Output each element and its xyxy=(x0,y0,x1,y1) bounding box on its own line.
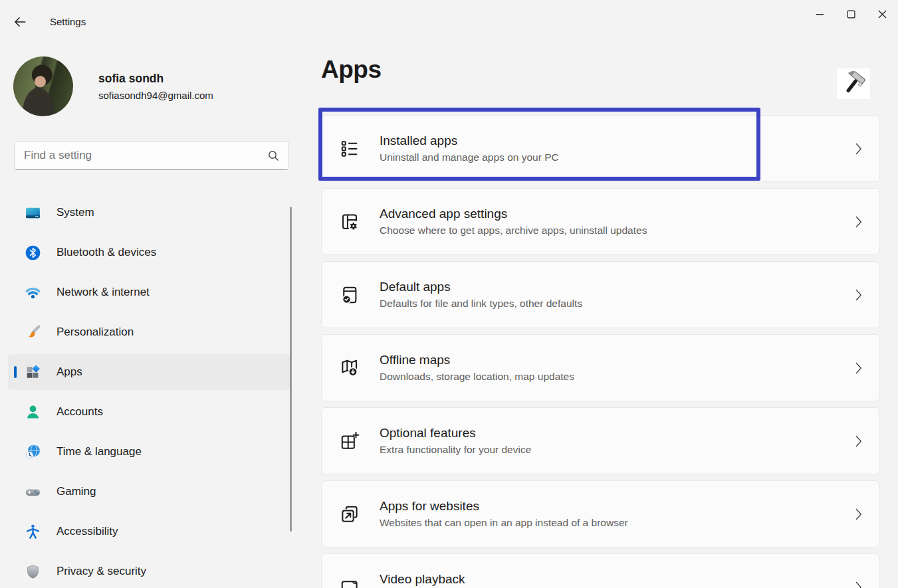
sidebar-item-label: Gaming xyxy=(56,485,96,498)
sidebar-scrollbar[interactable] xyxy=(290,207,292,532)
card-optional-features[interactable]: Optional features Extra functionality fo… xyxy=(321,407,880,474)
sidebar-item-label: Bluetooth & devices xyxy=(56,246,156,259)
card-subtitle: Websites that can open in an app instead… xyxy=(380,517,628,530)
sidebar-item-bluetooth-devices[interactable]: Bluetooth & devices xyxy=(8,235,290,270)
system-icon xyxy=(25,205,41,221)
card-advanced-app-settings[interactable]: Advanced app settings Choose where to ge… xyxy=(321,188,880,255)
avatar xyxy=(13,56,73,116)
window-controls xyxy=(804,0,898,28)
window-title: Settings xyxy=(50,16,86,27)
personalization-icon xyxy=(25,324,41,341)
card-title: Apps for websites xyxy=(380,499,628,514)
bluetooth-icon xyxy=(25,245,41,261)
sidebar-item-label: Network & internet xyxy=(56,286,150,299)
card-title: Offline maps xyxy=(380,353,574,367)
card-subtitle: Uninstall and manage apps on your PC xyxy=(380,151,559,164)
sidebar-item-label: Accessibility xyxy=(56,525,118,538)
card-subtitle: Defaults for file and link types, other … xyxy=(380,298,582,310)
chevron-right-icon xyxy=(855,508,862,520)
back-button[interactable] xyxy=(9,12,31,32)
minimize-icon xyxy=(816,10,824,19)
maximize-icon xyxy=(847,10,855,19)
close-icon xyxy=(878,10,887,19)
settings-card-list: Installed apps Uninstall and manage apps… xyxy=(321,115,880,588)
sidebar-item-privacy-security[interactable]: Privacy & security xyxy=(8,553,290,588)
page-title: Apps xyxy=(321,56,382,84)
selected-indicator xyxy=(14,366,17,378)
offline-maps-icon xyxy=(340,358,360,378)
apps-icon xyxy=(25,364,41,381)
sidebar-item-label: System xyxy=(56,206,94,219)
installed-apps-icon xyxy=(340,139,360,159)
sidebar-item-apps[interactable]: Apps xyxy=(8,354,290,390)
search-icon xyxy=(268,150,279,161)
chevron-right-icon xyxy=(855,581,862,588)
chevron-right-icon xyxy=(855,289,862,301)
network-icon xyxy=(25,284,41,301)
maximize-button[interactable] xyxy=(836,0,867,28)
card-offline-maps[interactable]: Offline maps Downloads, storage location… xyxy=(321,334,880,401)
time-language-icon xyxy=(25,444,41,460)
video-playback-icon xyxy=(340,577,360,588)
card-title: Optional features xyxy=(380,426,531,441)
advanced-app-settings-icon xyxy=(340,212,360,232)
settings-window: Settings sofia sondh sofiasondh94@gmail.… xyxy=(0,0,898,588)
card-subtitle: Downloads, storage location, map updates xyxy=(380,371,574,383)
sidebar-item-accounts[interactable]: Accounts xyxy=(8,394,290,430)
accounts-icon xyxy=(25,404,41,421)
sidebar-item-system[interactable]: System xyxy=(8,195,290,231)
sidebar-item-label: Time & language xyxy=(56,445,142,458)
card-video-playback[interactable]: Video playback xyxy=(321,553,880,588)
chevron-right-icon xyxy=(855,362,862,374)
sidebar-item-accessibility[interactable]: Accessibility xyxy=(8,514,290,549)
card-title: Installed apps xyxy=(380,134,559,148)
card-title: Default apps xyxy=(380,280,582,294)
optional-features-icon xyxy=(340,431,360,451)
search-box xyxy=(14,141,289,170)
card-title: Advanced app settings xyxy=(380,207,647,221)
card-installed-apps[interactable]: Installed apps Uninstall and manage apps… xyxy=(321,115,880,182)
close-button[interactable] xyxy=(867,0,898,28)
back-arrow-icon xyxy=(13,15,27,29)
card-title: Video playback xyxy=(380,572,465,587)
search-input[interactable] xyxy=(15,149,268,162)
profile-section[interactable]: sofia sondh sofiasondh94@gmail.com xyxy=(13,56,279,117)
hammer-cursor-graphic xyxy=(837,68,870,99)
sidebar-item-personalization[interactable]: Personalization xyxy=(8,314,290,350)
chevron-right-icon xyxy=(855,216,862,228)
profile-email: sofiasondh94@gmail.com xyxy=(98,90,213,101)
profile-name: sofia sondh xyxy=(98,72,213,86)
chevron-right-icon xyxy=(855,143,862,155)
hammer-icon xyxy=(838,70,869,98)
sidebar-item-network-internet[interactable]: Network & internet xyxy=(8,274,290,310)
sidebar-item-time-language[interactable]: Time & language xyxy=(8,434,290,470)
default-apps-icon xyxy=(340,285,360,305)
accessibility-icon xyxy=(25,524,41,540)
sidebar-item-label: Privacy & security xyxy=(56,565,146,578)
sidebar-item-label: Apps xyxy=(56,365,82,379)
minimize-button[interactable] xyxy=(804,0,836,28)
card-apps-for-websites[interactable]: Apps for websites Websites that can open… xyxy=(321,480,880,547)
card-subtitle: Choose where to get apps, archive apps, … xyxy=(380,225,647,237)
sidebar-item-gaming[interactable]: Gaming xyxy=(8,474,290,510)
card-subtitle: Extra functionality for your device xyxy=(380,444,531,456)
sidebar-nav: System Bluetooth & devices Network & int… xyxy=(8,195,290,588)
sidebar-item-label: Personalization xyxy=(56,326,134,339)
privacy-icon xyxy=(25,563,41,580)
gaming-icon xyxy=(25,484,41,500)
card-default-apps[interactable]: Default apps Defaults for file and link … xyxy=(321,261,880,328)
apps-for-websites-icon xyxy=(340,504,360,524)
sidebar-item-label: Accounts xyxy=(56,405,103,419)
chevron-right-icon xyxy=(855,435,862,447)
